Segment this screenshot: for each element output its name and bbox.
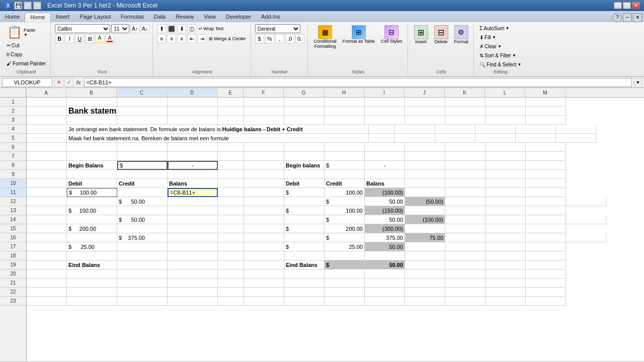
- row-header-14[interactable]: 14: [0, 215, 26, 224]
- cell-j12[interactable]: [445, 197, 486, 206]
- cell-j17[interactable]: [405, 242, 445, 251]
- cell-l14[interactable]: [526, 215, 566, 224]
- cell-a7[interactable]: [27, 152, 67, 161]
- cell-a13[interactable]: [27, 206, 67, 215]
- row-header-23[interactable]: 23: [0, 297, 26, 306]
- sort-filter-button[interactable]: ⇅ Sort & Filter ▼: [478, 51, 518, 59]
- cell-c8[interactable]: $: [117, 161, 168, 170]
- cell-f8[interactable]: [244, 161, 284, 170]
- cell-g2[interactable]: [284, 107, 325, 116]
- cell-b7[interactable]: [67, 152, 117, 161]
- cell-l3[interactable]: [486, 116, 526, 125]
- cell-b19[interactable]: Eind Balans: [67, 260, 117, 269]
- formula-input[interactable]: [84, 78, 632, 87]
- cell-i17[interactable]: 50.00: [365, 242, 405, 251]
- align-center-button[interactable]: ≡: [167, 34, 176, 43]
- cell-f6[interactable]: [244, 143, 284, 152]
- close-button[interactable]: ✕: [632, 2, 640, 9]
- cell-l22[interactable]: [486, 288, 526, 297]
- title-bar-controls[interactable]: ─ □ ✕: [614, 2, 640, 9]
- cell-c22[interactable]: [117, 288, 168, 297]
- cell-k14[interactable]: [486, 215, 526, 224]
- cell-h23[interactable]: [325, 297, 365, 306]
- cell-g5[interactable]: [435, 134, 475, 143]
- cell-e4[interactable]: [369, 125, 395, 134]
- cell-m23[interactable]: [526, 297, 566, 306]
- col-header-i[interactable]: I: [364, 88, 405, 97]
- cell-k15[interactable]: [445, 224, 486, 233]
- col-header-k[interactable]: K: [445, 88, 485, 97]
- cell-g16[interactable]: [284, 233, 325, 242]
- cell-c16[interactable]: $ 375.00: [117, 233, 168, 242]
- cell-l12[interactable]: [526, 197, 566, 206]
- cell-i23[interactable]: [365, 297, 405, 306]
- cell-g21[interactable]: [284, 279, 325, 288]
- cell-i16[interactable]: 75.00: [405, 233, 445, 242]
- cell-e21[interactable]: [218, 279, 244, 288]
- cell-g3[interactable]: [284, 116, 325, 125]
- decimal-increase-button[interactable]: .0: [285, 34, 294, 43]
- row-header-2[interactable]: 2: [0, 107, 26, 116]
- cell-c19[interactable]: [117, 260, 168, 269]
- cell-f2[interactable]: [244, 107, 284, 116]
- cell-m13[interactable]: [526, 206, 566, 215]
- cell-j18[interactable]: [405, 251, 445, 260]
- wrap-text-button[interactable]: ↵ Wrap Text: [197, 25, 225, 33]
- cell-d22[interactable]: [168, 288, 218, 297]
- paste-dropdown[interactable]: ▼: [24, 33, 35, 37]
- cell-j3[interactable]: [405, 116, 445, 125]
- number-format-select[interactable]: General: [255, 24, 300, 33]
- cell-h8[interactable]: $: [325, 161, 365, 170]
- cell-i11[interactable]: (100.00): [365, 188, 405, 197]
- cell-k19[interactable]: [445, 260, 486, 269]
- row-header-4[interactable]: 4: [0, 125, 26, 134]
- cell-i10[interactable]: Balans: [365, 179, 405, 188]
- cell-g14[interactable]: [284, 215, 325, 224]
- cell-i18[interactable]: [365, 251, 405, 260]
- cell-j16[interactable]: [445, 233, 486, 242]
- col-header-c[interactable]: C: [117, 88, 167, 97]
- cell-b11[interactable]: $ 100.00: [67, 188, 117, 197]
- row-header-8[interactable]: 8: [0, 161, 26, 170]
- conditional-formatting-button[interactable]: ▦ ConditionalFormatting: [312, 24, 339, 50]
- cell-i9[interactable]: [365, 170, 405, 179]
- decrease-font-button[interactable]: A↓: [140, 24, 149, 33]
- cell-f19[interactable]: [244, 260, 284, 269]
- cell-j15[interactable]: [405, 224, 445, 233]
- col-header-b[interactable]: B: [66, 88, 117, 97]
- cell-m16[interactable]: [566, 233, 606, 242]
- cell-a23[interactable]: [27, 297, 67, 306]
- cell-g9[interactable]: [284, 170, 325, 179]
- row-header-1[interactable]: 1: [0, 98, 26, 107]
- cell-l9[interactable]: [486, 170, 526, 179]
- tab-home[interactable]: Home: [0, 13, 25, 22]
- cell-j23[interactable]: [405, 297, 445, 306]
- cell-a14[interactable]: [27, 215, 67, 224]
- fill-color-button[interactable]: A: [95, 34, 104, 43]
- cell-l7[interactable]: [486, 152, 526, 161]
- cell-a10[interactable]: [27, 179, 67, 188]
- cell-f5[interactable]: [395, 134, 435, 143]
- cell-e2[interactable]: [218, 107, 244, 116]
- row-header-19[interactable]: 19: [0, 260, 26, 269]
- cell-h17[interactable]: 25.00: [325, 242, 365, 251]
- cell-m3[interactable]: [526, 116, 566, 125]
- cell-g18[interactable]: [284, 251, 325, 260]
- cell-k2[interactable]: [445, 107, 486, 116]
- cell-j21[interactable]: [405, 279, 445, 288]
- cell-m7[interactable]: [526, 152, 566, 161]
- cell-f9[interactable]: [244, 170, 284, 179]
- cell-k18[interactable]: [445, 251, 486, 260]
- cell-k16[interactable]: [486, 233, 526, 242]
- tab-home-active[interactable]: Home: [25, 13, 50, 23]
- cell-e14[interactable]: [218, 215, 244, 224]
- redo-icon[interactable]: ↪: [33, 2, 41, 10]
- cell-c2[interactable]: [117, 107, 168, 116]
- cell-e11[interactable]: [218, 188, 244, 197]
- cell-m11[interactable]: [526, 188, 566, 197]
- cell-d23[interactable]: [168, 297, 218, 306]
- cell-c17[interactable]: [117, 242, 168, 251]
- formula-expand-button[interactable]: ▼: [634, 78, 642, 87]
- cell-j8[interactable]: [405, 161, 445, 170]
- undo-icon[interactable]: ↩: [24, 2, 32, 10]
